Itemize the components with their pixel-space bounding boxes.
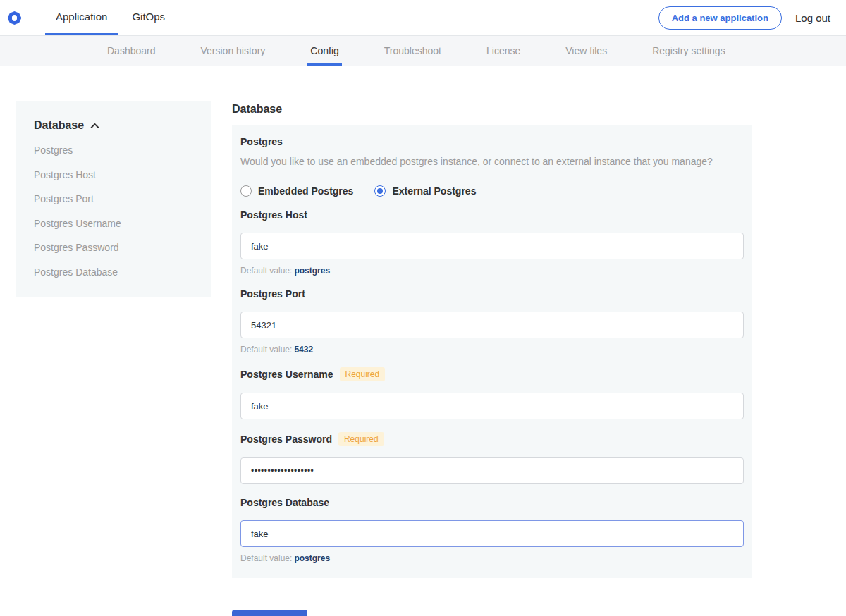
postgres-host-input[interactable] (240, 233, 744, 259)
sidebar-group-database-label: Database (34, 119, 84, 132)
chevron-up-icon (90, 123, 99, 129)
app-logo[interactable] (7, 0, 22, 35)
sidebar-item-postgres[interactable]: Postgres (34, 138, 204, 163)
app-subnav: Dashboard Version history Config Trouble… (0, 35, 846, 66)
tab-gitops-label: GitOps (132, 11, 165, 23)
tab-application[interactable]: Application (45, 0, 118, 35)
postgres-group-label: Postgres (240, 136, 744, 148)
subnav-dashboard[interactable]: Dashboard (104, 36, 159, 66)
postgres-password-label-row: Postgres Password Required (240, 432, 744, 446)
postgres-database-label-row: Postgres Database (240, 497, 744, 509)
radio-external-postgres-label: External Postgres (392, 185, 476, 197)
database-config-panel: Postgres Would you like to use an embedd… (232, 125, 752, 578)
postgres-database-default-value: postgres (294, 553, 330, 563)
radio-external-postgres-circle[interactable] (374, 185, 386, 197)
top-header: Application GitOps Add a new application… (0, 0, 846, 35)
radio-embedded-postgres-label: Embedded Postgres (258, 185, 353, 197)
radio-external-postgres[interactable]: External Postgres (374, 185, 476, 197)
postgres-host-label: Postgres Host (240, 209, 307, 221)
logo-icon (7, 11, 22, 25)
config-page: Database Postgres Postgres Host Postgres… (0, 101, 846, 616)
postgres-username-required-badge: Required (340, 367, 386, 381)
add-new-application-button[interactable]: Add a new application (658, 6, 782, 30)
postgres-username-label: Postgres Username (240, 369, 333, 381)
sidebar-item-postgres-username[interactable]: Postgres Username (34, 211, 204, 236)
config-main: Database Postgres Would you like to use … (232, 101, 752, 616)
sidebar-item-postgres-password[interactable]: Postgres Password (34, 235, 204, 260)
sidebar-group-database[interactable]: Database (34, 119, 204, 132)
subnav-config[interactable]: Config (307, 36, 341, 66)
postgres-database-default: Default value:postgres (240, 553, 744, 563)
subnav-view-files[interactable]: View files (563, 36, 610, 66)
postgres-username-label-row: Postgres Username Required (240, 367, 744, 381)
postgres-username-input[interactable] (240, 393, 744, 419)
postgres-port-input[interactable] (240, 312, 744, 338)
postgres-host-default-value: postgres (294, 266, 330, 276)
postgres-password-input[interactable] (240, 457, 744, 484)
subnav-troubleshoot[interactable]: Troubleshoot (381, 36, 444, 66)
radio-embedded-postgres-circle[interactable] (240, 185, 252, 197)
subnav-license[interactable]: License (484, 36, 523, 66)
postgres-port-default-value: 5432 (294, 345, 313, 355)
postgres-mode-radio-group: Embedded Postgres External Postgres (240, 185, 744, 197)
logout-link[interactable]: Log out (795, 12, 830, 24)
postgres-host-default-prefix: Default value: (240, 266, 292, 276)
save-config-button[interactable]: Save config (232, 610, 307, 616)
sidebar-item-postgres-database[interactable]: Postgres Database (34, 260, 204, 285)
postgres-help-text: Would you like to use an embedded postgr… (240, 154, 744, 168)
postgres-database-default-prefix: Default value: (240, 553, 292, 563)
postgres-host-label-row: Postgres Host (240, 209, 744, 221)
tab-application-label: Application (56, 11, 107, 23)
postgres-port-default: Default value:5432 (240, 345, 744, 355)
subnav-version-history[interactable]: Version history (198, 36, 269, 66)
page-title: Database (232, 102, 752, 116)
postgres-port-label: Postgres Port (240, 288, 305, 300)
postgres-database-input[interactable] (240, 520, 744, 547)
sidebar-item-postgres-port[interactable]: Postgres Port (34, 187, 204, 211)
sidebar-item-postgres-host[interactable]: Postgres Host (34, 163, 204, 187)
subnav-registry-settings[interactable]: Registry settings (649, 36, 728, 66)
config-sidebar: Database Postgres Postgres Host Postgres… (16, 101, 211, 297)
postgres-port-label-row: Postgres Port (240, 288, 744, 300)
radio-embedded-postgres[interactable]: Embedded Postgres (240, 185, 353, 197)
postgres-port-default-prefix: Default value: (240, 345, 292, 355)
postgres-database-label: Postgres Database (240, 497, 329, 509)
postgres-host-default: Default value:postgres (240, 266, 744, 276)
postgres-password-label: Postgres Password (240, 433, 332, 445)
tab-gitops[interactable]: GitOps (121, 0, 176, 35)
postgres-password-required-badge: Required (338, 432, 384, 446)
topbar-right: Add a new application Log out (658, 0, 846, 35)
